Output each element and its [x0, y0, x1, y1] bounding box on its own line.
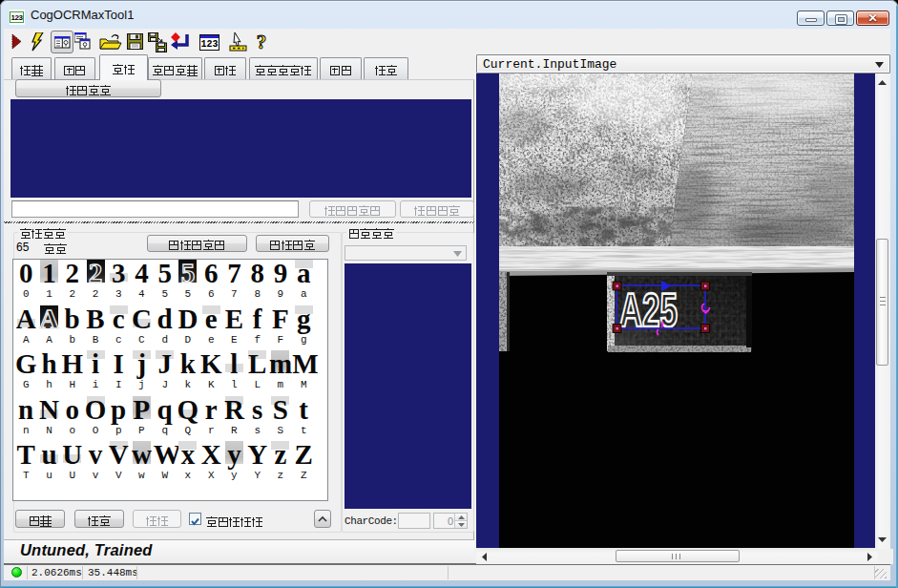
svg-text:?: ?	[257, 32, 267, 52]
